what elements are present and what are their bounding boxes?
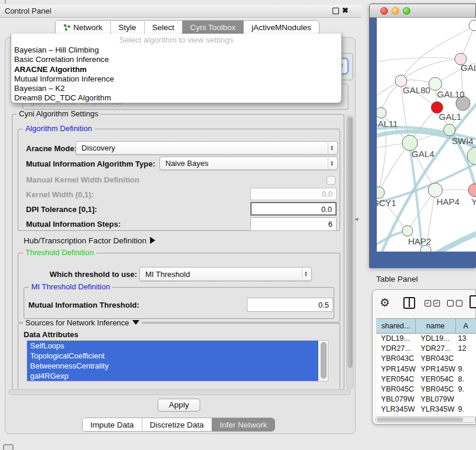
tab-style[interactable]: Style	[111, 21, 145, 34]
algorithm-option-bayesian-k2[interactable]: Bayesian – K2	[11, 84, 341, 93]
hub-definition-label: Hub/Transcription Factor Definition	[24, 236, 146, 245]
network-node-gal11[interactable]	[377, 107, 386, 118]
network-node-node-top-right[interactable]	[469, 20, 476, 31]
table-horizontal-scrollbar[interactable]	[375, 416, 475, 423]
close-traffic-light-icon[interactable]	[380, 7, 388, 15]
bottom-tab-discretize-data[interactable]: Discretize Data	[142, 418, 213, 431]
bottom-tab-infer-network[interactable]: Infer Network	[212, 418, 275, 431]
data-attributes-list[interactable]: SelfLoopsTopologicalCoefficientBetweenne…	[27, 340, 328, 381]
table-row[interactable]: YDL19...YDL19...13	[376, 334, 476, 344]
zoom-traffic-light-icon[interactable]	[403, 7, 410, 15]
table-row[interactable]: YPR145WYPR145W9.	[376, 364, 476, 374]
hub-definition-toggle[interactable]: Hub/Transcription Factor Definition	[24, 236, 155, 245]
bottom-tab-impute-data[interactable]: Impute Data	[83, 418, 142, 431]
tab-cyni-toolbox[interactable]: Cyni Toolbox	[182, 21, 244, 34]
network-node-gcy1[interactable]	[377, 187, 384, 198]
network-node-hap2[interactable]	[402, 226, 413, 236]
table-cell: YER054C	[376, 374, 416, 384]
expand-right-icon[interactable]	[150, 237, 155, 244]
settings-horizontal-scrollbar[interactable]	[8, 389, 351, 395]
mi-threshold-field[interactable]: 0.5	[247, 298, 333, 312]
network-window-titlebar[interactable]	[370, 4, 475, 18]
panel-resize-handle-icon[interactable]: ◄	[354, 216, 359, 222]
control-panel-titlebar[interactable]: Control Panel ✖	[0, 5, 361, 18]
mi-algorithm-type-combobox[interactable]: Naive Bayes ▲▼	[159, 156, 338, 170]
network-node-gal1[interactable]	[444, 124, 455, 136]
sources-title[interactable]: Sources for Network Inference	[23, 319, 142, 327]
minimized-panel-icon[interactable]	[3, 444, 14, 450]
algorithm-option-basic-correlation-inference[interactable]: Basic Correlation Inference	[11, 55, 341, 64]
table-row[interactable]: YER054CYER054C8.	[376, 374, 476, 384]
manual-kernel-width-checkbox[interactable]	[327, 176, 335, 185]
table-cell: YBR045C	[376, 384, 416, 394]
dpi-tolerance-field[interactable]: 0.0	[250, 202, 337, 216]
minimize-traffic-light-icon[interactable]	[392, 7, 399, 15]
document-icon[interactable]	[470, 295, 476, 308]
table-cell: 12	[456, 344, 476, 354]
close-icon[interactable]: ✖	[342, 6, 348, 15]
table-row[interactable]: YBR043CYBR043C	[376, 354, 476, 364]
network-node-label-gal-partial: GAL	[461, 63, 476, 73]
list-scrollbar[interactable]	[320, 341, 327, 380]
mi-algorithm-type-label: Mutual Information Algorithm Type:	[26, 159, 155, 168]
cyni-bottom-tabbar: Impute DataDiscretize DataInfer Network	[82, 418, 275, 432]
list-scrollbar-thumb[interactable]	[321, 342, 327, 379]
table-row[interactable]: YDR27...YDR27...12	[376, 344, 476, 354]
table-row[interactable]: YBL079WYBL079W	[376, 394, 476, 405]
network-node-y-partial[interactable]	[468, 184, 476, 197]
network-node-label-gal1: GAL1	[439, 112, 461, 122]
table-scrollbar-thumb[interactable]	[377, 418, 463, 422]
tab-select[interactable]: Select	[145, 21, 183, 34]
dpi-tolerance-label: DPI Tolerance [0,1]:	[26, 205, 97, 214]
table-cell: YBR043C	[376, 354, 416, 364]
tab-label: Select	[152, 23, 175, 32]
settings-vertical-scrollbar[interactable]	[346, 115, 354, 389]
network-node-label-hap2: HAP2	[408, 236, 431, 246]
tab-jactivemnodules[interactable]: jActiveMNodules	[244, 21, 319, 34]
settings-scrollbar-thumb[interactable]	[347, 117, 353, 368]
checked-box-icon: ✓	[425, 300, 431, 306]
application-root: Control Panel ✖ NetworkStyleSelectCyni T…	[0, 0, 476, 450]
select-all-columns-icon[interactable]: ✓ ✓	[425, 300, 440, 306]
attribute-item-betweennesscentrality[interactable]: BetweennessCentrality	[27, 361, 318, 371]
column-header-A[interactable]: A	[456, 319, 476, 333]
float-window-icon[interactable]	[332, 8, 339, 14]
table-row[interactable]: YLR345WYLR345W9.	[376, 405, 476, 415]
kernel-width-field[interactable]: 0.0	[250, 188, 337, 200]
column-header-name[interactable]: name	[416, 319, 455, 333]
threshold-definition-title: Threshold Definition	[23, 249, 96, 257]
collapse-down-icon[interactable]	[132, 320, 139, 325]
network-canvas[interactable]: GALGAL80GAL10GAL11GAL1SWI4GAL4GCY1HAP4YH…	[377, 18, 476, 252]
table-cell: YDR27...	[416, 344, 455, 354]
table-row[interactable]: YBR045CYBR045C9.	[376, 384, 476, 394]
network-node-label-gal11: GAL11	[377, 119, 398, 129]
combo-spinner-icon: ▲▼	[328, 142, 335, 154]
algorithm-option-bayesian-hill-climbing[interactable]: Bayesian – Hill Climbing	[11, 45, 341, 55]
tab-label: Style	[119, 23, 136, 32]
aracne-mode-combobox[interactable]: Discovery ▲▼	[76, 141, 338, 155]
table-header-row: shared...nameA	[376, 319, 476, 334]
table-cell: 13	[456, 334, 476, 344]
columns-icon[interactable]	[403, 297, 415, 309]
which-threshold-value: MI Threshold	[145, 270, 190, 279]
apply-button[interactable]: Apply	[158, 399, 200, 412]
tab-network[interactable]: Network	[56, 21, 111, 34]
network-node-gal10[interactable]	[429, 77, 442, 90]
network-node-label-y-partial: Y	[471, 197, 476, 207]
mi-algorithm-type-value: Naive Bayes	[165, 159, 208, 168]
algorithm-option-aracne-algorithm[interactable]: ARACNE Algorithm	[11, 65, 341, 74]
network-node-hap4[interactable]	[428, 183, 442, 197]
gear-icon[interactable]: ⚙	[380, 296, 390, 309]
attribute-item-selfloops[interactable]: SelfLoops	[27, 341, 318, 351]
attribute-item-gal4rgexp[interactable]: gal4RGexp	[27, 371, 318, 381]
network-graph: GALGAL80GAL10GAL11GAL1SWI4GAL4GCY1HAP4YH…	[377, 18, 476, 252]
algorithm-option-dream8-dc-tdc-algorithm[interactable]: Dream8 DC_TDC Algorithm	[11, 93, 341, 103]
table-cell: 8.	[456, 374, 476, 384]
deselect-all-columns-icon[interactable]	[447, 300, 462, 306]
which-threshold-combobox[interactable]: MI Threshold ▲▼	[139, 267, 312, 281]
algorithm-option-mutual-information-inference[interactable]: Mutual Information Inference	[11, 74, 341, 84]
mi-steps-field[interactable]: 6	[250, 217, 337, 231]
column-header-shared[interactable]: shared...	[376, 319, 416, 333]
attribute-item-topologicalcoefficient[interactable]: TopologicalCoefficient	[27, 351, 318, 361]
table-cell: YBR043C	[416, 354, 455, 364]
